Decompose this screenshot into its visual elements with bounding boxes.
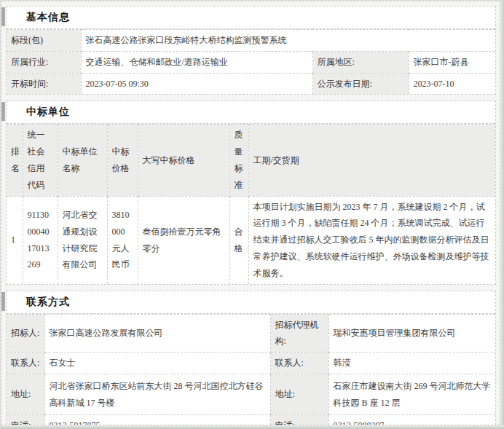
tenderer-phone-value: 0313-5917075 [44, 415, 270, 425]
publish-date-value: 2023-07-10 [409, 73, 495, 94]
col-quality-standard: 质量标准 [229, 125, 248, 196]
tenderer-address-value: 河北省张家口桥东区站前东大街 28 号河北国控北方硅谷高科新城 17 号楼 [44, 374, 270, 415]
agency-address-label: 地址: [270, 374, 328, 415]
agency-contact-value: 韩滢 [328, 353, 495, 374]
winning-bidder-title: 中标单位 [26, 106, 70, 119]
section-accent-bar [1, 7, 5, 26]
industry-label: 所属行业: [7, 51, 81, 73]
section-contact: 联系方式 招标人: 张家口高速公路发展有限公司 招标代理机构: 瑞和安惠项目管理… [6, 291, 496, 425]
tenderer-phone-label: 电话: [7, 415, 44, 425]
winning-bidder-header: 中标单位 [7, 101, 495, 124]
table-row: 1 911300004017013269 河北省交通规划设计研究院有限公司 38… [7, 196, 495, 283]
region-label: 所属地区: [312, 51, 409, 73]
cell-price: 3810000 元人民币 [107, 196, 138, 283]
basic-info-table: 标段(包) 张石高速公路张家口段东峪特大桥结构监测预警系统 所属行业: 交通运输… [7, 29, 495, 94]
cell-delivery-period: 本项目计划实施日期为 2023 年 7 月，系统建设期 2 个月，试运行期 3 … [248, 196, 495, 283]
cell-company-name: 河北省交通规划设计研究院有限公司 [58, 196, 107, 283]
contact-title: 联系方式 [26, 296, 70, 309]
publish-date-label: 公示发布日期: [312, 73, 409, 94]
cell-price-in-words: 叁佰捌拾壹万元零角零分 [138, 196, 229, 283]
region-value: 张家口市-蔚县 [409, 51, 495, 73]
agency-phone-value: 0313-5980397 [328, 415, 495, 425]
agency-value: 瑞和安惠项目管理集团有限公司 [328, 314, 495, 353]
window-bottom-edge [0, 425, 504, 429]
basic-info-header: 基本信息 [7, 7, 495, 29]
agency-address-value: 石家庄市建设南大街 269 号河北师范大学科技园 B 座 12 层 [328, 374, 495, 415]
winning-bidder-table: 排名 统一社会信用代码 中标单位名称 中标价格 大写中标价格 质量标准 工期/交… [7, 124, 495, 283]
window-right-edge [500, 0, 504, 429]
contact-header: 联系方式 [7, 291, 495, 314]
agency-label: 招标代理机构: [270, 314, 328, 353]
col-price: 中标价格 [107, 125, 138, 196]
bid-section-label: 标段(包) [7, 30, 81, 52]
col-credit-code: 统一社会信用代码 [23, 125, 58, 196]
cell-quality-standard: 合格 [229, 196, 248, 283]
col-company-name: 中标单位名称 [58, 125, 107, 196]
section-accent-bar [1, 292, 5, 311]
col-price-in-words: 大写中标价格 [138, 125, 229, 196]
section-winning-bidder: 中标单位 排名 统一社会信用代码 中标单位名称 中标价格 大写中标价格 质量标准… [6, 101, 496, 284]
cell-rank: 1 [7, 196, 23, 283]
basic-info-title: 基本信息 [26, 11, 70, 24]
tenderer-label: 招标人: [7, 314, 44, 353]
col-delivery-period: 工期/交货期 [248, 125, 495, 196]
contact-table: 招标人: 张家口高速公路发展有限公司 招标代理机构: 瑞和安惠项目管理集团有限公… [7, 314, 495, 425]
agency-phone-label: 电话: [270, 415, 328, 425]
table-header-row: 排名 统一社会信用代码 中标单位名称 中标价格 大写中标价格 质量标准 工期/交… [7, 125, 495, 196]
tenderer-address-label: 地址: [7, 374, 44, 415]
section-accent-bar [1, 102, 5, 121]
col-rank: 排名 [7, 125, 23, 196]
open-time-label: 开标时间: [7, 73, 81, 94]
industry-value: 交通运输、仓储和邮政业/道路运输业 [81, 51, 312, 73]
open-time-value: 2023-07-05 09:30 [81, 73, 312, 94]
cell-credit-code: 911300004017013269 [23, 196, 58, 283]
bid-section-value: 张石高速公路张家口段东峪特大桥结构监测预警系统 [81, 30, 495, 52]
tenderer-contact-label: 联系人: [7, 353, 44, 374]
tenderer-value: 张家口高速公路发展有限公司 [44, 314, 270, 353]
tenderer-contact-value: 石女士 [44, 353, 270, 374]
page-content: 基本信息 标段(包) 张石高速公路张家口段东峪特大桥结构监测预警系统 所属行业:… [1, 1, 500, 425]
procurement-notice-page: { "colors": { "accent_bar": "#a9a9a9", "… [0, 0, 504, 429]
agency-contact-label: 联系人: [270, 353, 328, 374]
section-basic-info: 基本信息 标段(包) 张石高速公路张家口段东峪特大桥结构监测预警系统 所属行业:… [6, 6, 496, 95]
